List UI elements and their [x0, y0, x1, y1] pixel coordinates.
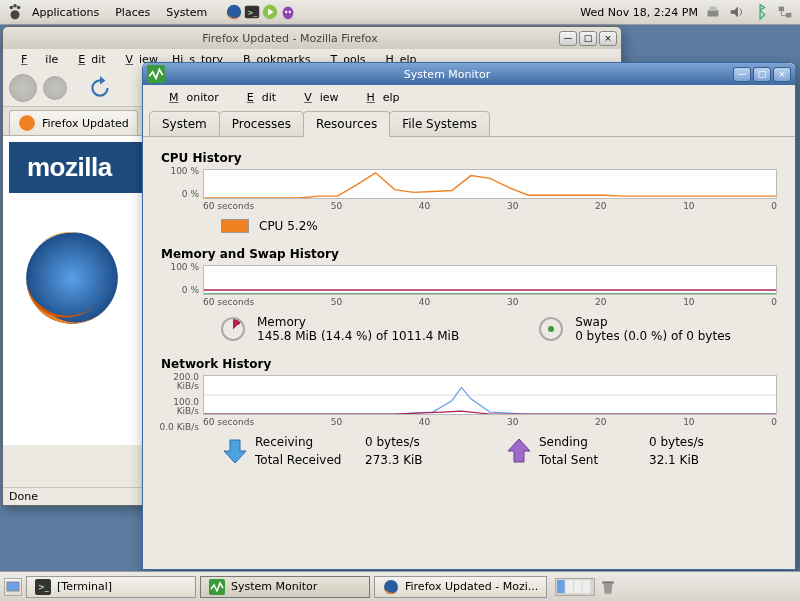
menu-monitor[interactable]: Monitor	[153, 89, 227, 106]
svg-point-0	[11, 10, 20, 19]
svg-rect-32	[574, 580, 582, 593]
tray-bluetooth-icon[interactable]	[752, 3, 770, 21]
tab-system[interactable]: System	[149, 111, 220, 137]
tray-volume-icon[interactable]	[728, 3, 746, 21]
send-total-label: Total Sent	[539, 453, 649, 467]
top-panel: Applications Places System >_ Wed Nov 18…	[0, 0, 800, 25]
tray-printer-icon[interactable]	[704, 3, 722, 21]
svg-point-2	[13, 4, 17, 8]
sysmon-title: System Monitor	[165, 68, 729, 81]
tab-resources[interactable]: Resources	[303, 111, 390, 137]
svg-point-9	[283, 7, 294, 20]
firefox-tab[interactable]: Firefox Updated	[9, 110, 138, 135]
sysmon-menubar: Monitor Edit View Help	[143, 85, 795, 110]
cpu-chart	[203, 169, 777, 199]
swap-value: 0 bytes (0.0 %) of 0 bytes	[575, 329, 731, 343]
net-send: Sending 0 bytes/s Total Sent 32.1 KiB	[505, 435, 749, 467]
status-text: Done	[9, 490, 38, 503]
back-button[interactable]	[9, 74, 37, 102]
cpu-legend-text: CPU 5.2%	[259, 219, 318, 233]
resources-body: CPU History 100 %0 % 60 seconds 50 40 30…	[143, 137, 795, 477]
play-launcher-icon[interactable]	[261, 3, 279, 21]
svg-rect-13	[709, 7, 716, 12]
cpu-legend: CPU 5.2%	[221, 219, 777, 233]
minimize-button[interactable]: —	[733, 67, 751, 82]
workspace-switcher[interactable]	[555, 578, 595, 596]
system-monitor-window: System Monitor — □ × Monitor Edit View H…	[142, 62, 796, 570]
memory-label: Memory	[257, 315, 459, 329]
bottom-panel: >_ [Terminal] System Monitor Firefox Upd…	[0, 571, 800, 601]
tab-label: Firefox Updated	[42, 117, 129, 130]
cpu-swatch[interactable]	[221, 219, 249, 233]
firefox-title: Firefox Updated - Mozilla Firefox	[25, 32, 555, 45]
firefox-launcher-icon[interactable]	[225, 3, 243, 21]
reload-button[interactable]	[87, 75, 113, 101]
send-total: 32.1 KiB	[649, 453, 749, 467]
download-arrow-icon	[221, 437, 249, 465]
show-desktop-button[interactable]	[4, 578, 22, 596]
svg-rect-16	[786, 13, 791, 18]
sysmon-tabs: System Processes Resources File Systems	[143, 110, 795, 137]
tab-favicon-icon	[18, 114, 36, 132]
mem-section: Memory and Swap History 100 %0 % 60 seco…	[161, 247, 777, 343]
recv-total-label: Total Received	[255, 453, 365, 467]
menu-view[interactable]: View	[288, 89, 346, 106]
clock[interactable]: Wed Nov 18, 2:24 PM	[574, 6, 704, 19]
memory-readout: Memory 145.8 MiB (14.4 %) of 1011.4 MiB	[221, 315, 459, 343]
terminal-launcher-icon[interactable]: >_	[243, 3, 261, 21]
svg-point-11	[289, 11, 291, 13]
net-chart	[203, 375, 777, 415]
svg-point-3	[17, 6, 21, 10]
mem-heading: Memory and Swap History	[161, 247, 777, 261]
minimize-button[interactable]: —	[559, 31, 577, 46]
recv-label: Receiving	[255, 435, 365, 449]
forward-button[interactable]	[43, 76, 67, 100]
svg-text:>_: >_	[248, 8, 258, 17]
menu-file[interactable]: File	[9, 51, 64, 68]
close-button[interactable]: ×	[599, 31, 617, 46]
sysmon-titlebar[interactable]: System Monitor — □ ×	[143, 63, 795, 85]
memory-value: 145.8 MiB (14.4 %) of 1011.4 MiB	[257, 329, 459, 343]
svg-rect-25	[7, 582, 19, 591]
task-sysmon[interactable]: System Monitor	[200, 576, 370, 598]
svg-rect-31	[566, 580, 574, 593]
sysmon-icon	[209, 579, 225, 595]
net-heading: Network History	[161, 357, 777, 371]
upload-arrow-icon	[505, 437, 533, 465]
cpu-heading: CPU History	[161, 151, 777, 165]
svg-point-10	[285, 11, 287, 13]
net-section: Network History 200.0 KiB/s100.0 KiB/s0.…	[161, 357, 777, 467]
tab-filesystems[interactable]: File Systems	[389, 111, 490, 137]
task-label: System Monitor	[231, 580, 317, 593]
applications-menu[interactable]: Applications	[24, 4, 107, 21]
sysmon-app-icon	[147, 65, 165, 83]
menu-edit[interactable]: Edit	[231, 89, 284, 106]
svg-rect-15	[779, 7, 784, 12]
firefox-titlebar[interactable]: Firefox Updated - Mozilla Firefox — □ ×	[3, 27, 621, 49]
task-label: [Terminal]	[57, 580, 112, 593]
svg-point-17	[19, 115, 35, 131]
tray-network-icon[interactable]	[776, 3, 794, 21]
svg-marker-23	[224, 440, 246, 463]
send-rate: 0 bytes/s	[649, 435, 749, 449]
pidgin-launcher-icon[interactable]	[279, 3, 297, 21]
memory-pie-icon[interactable]	[221, 317, 245, 341]
maximize-button[interactable]: □	[579, 31, 597, 46]
svg-rect-12	[708, 10, 719, 16]
menu-help[interactable]: Help	[351, 89, 408, 106]
trash-icon[interactable]	[599, 578, 617, 596]
close-button[interactable]: ×	[773, 67, 791, 82]
task-firefox[interactable]: Firefox Updated - Mozi...	[374, 576, 547, 598]
menu-edit[interactable]: Edit	[66, 51, 111, 68]
tab-processes[interactable]: Processes	[219, 111, 304, 137]
places-menu[interactable]: Places	[107, 4, 158, 21]
maximize-button[interactable]: □	[753, 67, 771, 82]
task-terminal[interactable]: >_ [Terminal]	[26, 576, 196, 598]
terminal-icon: >_	[35, 579, 51, 595]
svg-text:>_: >_	[38, 583, 50, 592]
system-menu[interactable]: System	[158, 4, 215, 21]
svg-rect-33	[583, 580, 591, 593]
swap-label: Swap	[575, 315, 731, 329]
swap-pie-icon[interactable]	[539, 317, 563, 341]
net-recv: Receiving 0 bytes/s Total Received 273.3…	[221, 435, 465, 467]
